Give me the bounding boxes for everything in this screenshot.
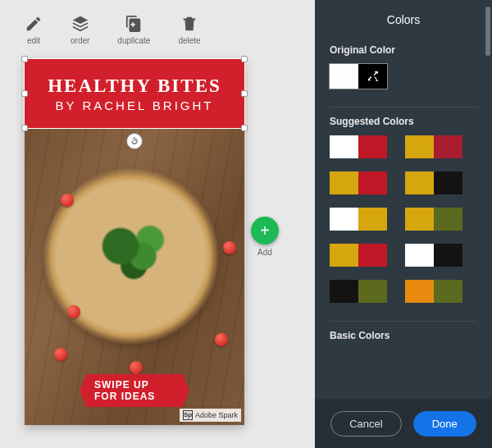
shuffle-icon: [367, 70, 380, 83]
watermark-text: Adobe Spark: [195, 411, 238, 419]
duplicate-label: duplicate: [117, 36, 150, 45]
suggested-swatch-2[interactable]: [330, 171, 387, 194]
swatch-half-b: [434, 244, 462, 267]
cta-ribbon[interactable]: SWIPE UP FOR IDEAS: [80, 374, 189, 407]
swatch-half-b: [434, 208, 462, 231]
swatch-half-b: [358, 171, 387, 194]
resize-handle-tr[interactable]: [241, 56, 248, 62]
basic-colors-label: Basic Colors: [330, 330, 477, 341]
canvas-area: edit order duplicate delete HEALTHY BITE…: [0, 0, 315, 448]
suggested-swatch-5[interactable]: [405, 208, 462, 231]
add-button[interactable]: + Add: [251, 217, 279, 257]
design-toolbar: edit order duplicate delete: [25, 15, 201, 45]
shuffle-button[interactable]: [358, 64, 387, 89]
suggested-swatch-4[interactable]: [330, 208, 387, 231]
original-color-label: Original Color: [330, 44, 477, 56]
swatch-half-a: [405, 135, 434, 158]
plus-icon: +: [251, 217, 279, 245]
swatch-half-a: [405, 208, 434, 231]
edit-label: edit: [27, 36, 40, 45]
original-color-section: Original Color: [315, 44, 492, 98]
basic-colors-section: Basic Colors: [315, 330, 492, 359]
original-color-left: [330, 64, 358, 89]
suggested-swatch-8[interactable]: [330, 280, 387, 303]
done-button[interactable]: Done: [413, 411, 476, 437]
design-byline: BY RACHEL BRIGHT: [55, 98, 213, 112]
panel-footer: Cancel Done: [315, 399, 492, 448]
tomato: [130, 361, 143, 374]
suggested-colors-label: Suggested Colors: [330, 116, 477, 127]
resize-handle-mr[interactable]: [241, 90, 248, 97]
colors-panel: Colors Original Color Suggested Colors B…: [315, 0, 492, 448]
tomato: [223, 241, 236, 254]
swatch-half-a: [405, 280, 434, 303]
original-color-swatch[interactable]: [330, 64, 387, 89]
suggested-swatches: [330, 135, 477, 303]
tomato: [67, 305, 80, 318]
rotate-handle[interactable]: [126, 133, 143, 149]
suggested-swatch-9[interactable]: [405, 280, 462, 303]
title-banner[interactable]: HEALTHY BITES BY RACHEL BRIGHT: [25, 59, 244, 128]
swatch-half-b: [358, 135, 387, 158]
cancel-button[interactable]: Cancel: [330, 411, 401, 437]
scrollbar[interactable]: [485, 7, 490, 56]
suggested-colors-section: Suggested Colors: [315, 116, 492, 313]
add-label: Add: [257, 248, 272, 257]
design-card[interactable]: HEALTHY BITES BY RACHEL BRIGHT SWIPE UP …: [25, 59, 244, 425]
delete-label: delete: [178, 36, 200, 45]
tomato: [54, 348, 67, 361]
watermark: Sp Adobe Spark: [180, 409, 241, 422]
suggested-swatch-0[interactable]: [330, 135, 387, 158]
swatch-half-b: [434, 135, 462, 158]
swatch-half-a: [405, 244, 434, 267]
resize-handle-ml[interactable]: [21, 90, 28, 97]
suggested-swatch-3[interactable]: [405, 171, 462, 194]
rotate-icon: [130, 136, 139, 146]
swatch-half-b: [434, 280, 462, 303]
swatch-half-a: [330, 208, 358, 231]
swatch-half-b: [358, 208, 387, 231]
swatch-half-b: [358, 280, 387, 303]
order-button[interactable]: order: [71, 15, 89, 45]
order-label: order: [71, 36, 89, 45]
swatch-half-a: [330, 280, 358, 303]
design-title: HEALTHY BITES: [48, 75, 221, 97]
swatch-half-a: [330, 135, 358, 158]
swatch-half-a: [405, 171, 434, 194]
pencil-icon: [25, 15, 43, 33]
suggested-swatch-6[interactable]: [330, 244, 387, 267]
watermark-badge: Sp: [183, 410, 193, 420]
greens: [98, 220, 172, 286]
swatch-half-b: [358, 244, 387, 267]
layers-icon: [71, 15, 89, 33]
tomato: [215, 333, 228, 346]
swatch-half-b: [434, 171, 462, 194]
panel-title: Colors: [315, 0, 492, 38]
divider: [330, 107, 477, 107]
duplicate-button[interactable]: duplicate: [117, 15, 150, 45]
swatch-half-a: [330, 171, 358, 194]
swatch-half-a: [330, 244, 358, 267]
trash-icon: [180, 15, 198, 33]
suggested-swatch-7[interactable]: [405, 244, 462, 267]
edit-button[interactable]: edit: [25, 15, 43, 45]
divider: [330, 321, 477, 322]
delete-button[interactable]: delete: [178, 15, 200, 45]
suggested-swatch-1[interactable]: [405, 135, 462, 158]
duplicate-icon: [125, 15, 143, 33]
tomato: [61, 194, 74, 207]
resize-handle-tl[interactable]: [21, 56, 28, 62]
